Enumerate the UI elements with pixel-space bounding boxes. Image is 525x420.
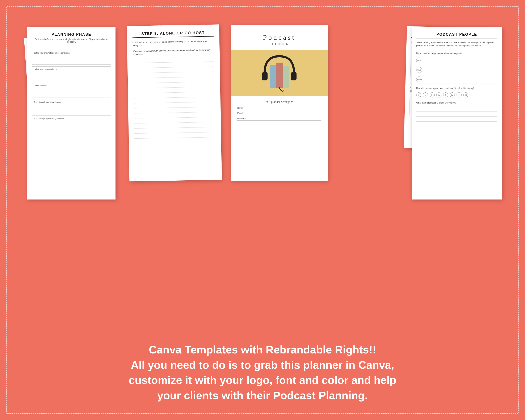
step3-lines (133, 57, 216, 139)
social-icons-row: f 𝕏 ◯ in P ▶ ↓ ✉ (416, 93, 497, 97)
badge-two: TWO (416, 67, 422, 73)
planning-title: PLANNING PHASE (32, 32, 111, 37)
cover-card: Podcast PLANNER This planner belongs to (231, 25, 328, 181)
people-promo-label: What other promotional efforts will you … (416, 101, 497, 104)
social-twitter: 𝕏 (423, 93, 428, 97)
social-instagram: ◯ (430, 93, 435, 97)
social-download: ↓ (457, 93, 462, 97)
bottom-text-line3: customize it with your logo, font and co… (21, 373, 504, 388)
step3-prompt1: Consider the pros and cons for going it … (132, 39, 214, 47)
planning-field-5: Think through a publishing schedule. (32, 115, 111, 130)
bottom-text-line1: Canva Templates with Rebrandable Rights!… (21, 342, 504, 357)
badge-three: THREE (416, 76, 422, 82)
people-card: PODCAST PEOPLE You're creating a podcast… (412, 27, 502, 199)
cover-belongs-text: This planner belongs to (265, 100, 293, 104)
badge-one: ONE (416, 57, 422, 63)
bottom-text-line2: All you need to do is to grab this plann… (21, 357, 504, 373)
people-title: PODCAST PEOPLE (416, 32, 497, 37)
svg-rect-4 (291, 72, 297, 80)
people-target-label: My podcast will target people who need h… (416, 52, 497, 55)
social-pinterest: P (443, 93, 448, 97)
planning-card: PLANNING PHASE Do these before you recor… (27, 27, 115, 199)
social-youtube: ▶ (450, 93, 455, 97)
cover-image (231, 50, 328, 96)
social-facebook: f (416, 93, 421, 97)
documents-container: STEP 1: YOUR NICHE What are you passiona… (10, 10, 515, 210)
bottom-text-line4: your clients with their Podcast Planning… (21, 388, 504, 403)
social-email: ✉ (463, 93, 468, 97)
step3-title: STEP 3: ALONE OR CO HOST (132, 30, 214, 36)
people-promo-lines (416, 107, 497, 121)
planning-field-1: Define your show's topic (in one sentenc… (32, 50, 111, 65)
step3-prompt2: Would your show work with just you, or w… (133, 48, 214, 56)
cover-fields: Name Email Business (231, 107, 328, 123)
svg-rect-2 (283, 66, 289, 88)
bottom-text-area: Canva Templates with Rebrandable Rights!… (0, 342, 525, 403)
cover-subtitle: PLANNER (269, 42, 289, 46)
planning-subtitle: Do these before you record a single epis… (32, 38, 111, 43)
cover-title: Podcast (263, 34, 296, 41)
step3-card: STEP 3: ALONE OR CO HOST Consider the pr… (127, 24, 222, 181)
people-prompt: You're creating a podcast because you ha… (416, 41, 497, 47)
svg-rect-0 (270, 65, 276, 88)
social-linkedin: in (436, 93, 441, 97)
cover-email-label: Email (237, 112, 321, 115)
svg-rect-3 (262, 72, 268, 80)
cover-business-label: Business (237, 117, 321, 121)
cover-name-label: Name (237, 107, 321, 110)
svg-rect-1 (276, 63, 283, 88)
planning-field-3: Define success. (32, 83, 111, 97)
planning-field-2: Define your target audience. (32, 66, 111, 81)
cover-illustration (258, 52, 300, 94)
people-reach-label: How will you reach your target audience?… (416, 87, 497, 90)
planning-field-4: Think through your show format. (32, 99, 111, 114)
